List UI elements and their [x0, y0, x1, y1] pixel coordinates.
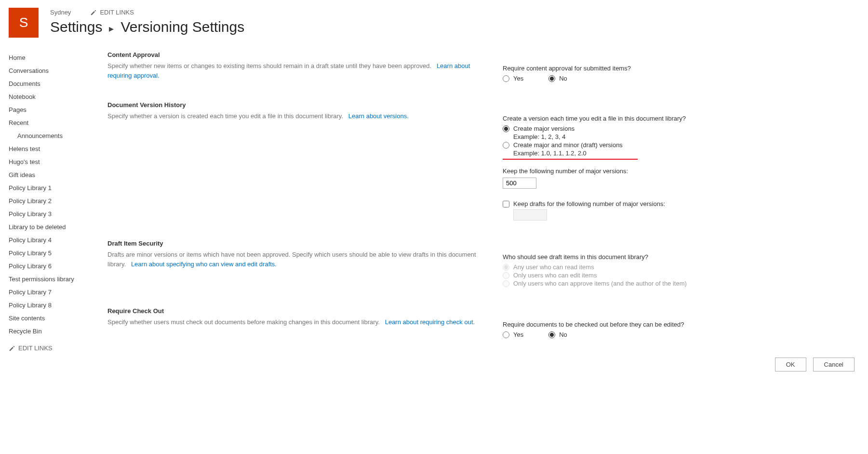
sidebar-item[interactable]: Site contents: [9, 312, 107, 325]
sidebar-item[interactable]: Test permissions library: [9, 273, 107, 286]
content-approval-question: Require content approval for submitted i…: [503, 65, 859, 72]
sidebar-item[interactable]: Policy Library 1: [9, 181, 107, 194]
edit-links-top[interactable]: EDIT LINKS: [90, 9, 134, 16]
pencil-icon: [9, 345, 15, 352]
breadcrumb-page: Versioning Settings: [120, 19, 244, 35]
sidebar-item[interactable]: Conversations: [9, 64, 107, 77]
draft-security-title: Draft Item Security: [107, 240, 488, 247]
sidebar-item[interactable]: Announcements: [9, 129, 107, 142]
edit-links-label: EDIT LINKS: [100, 9, 134, 16]
site-logo[interactable]: S: [9, 8, 39, 38]
draft-any-label: Any user who can read items: [513, 263, 594, 271]
checkout-desc: Specify whether users must check out doc…: [107, 318, 380, 326]
sidebar-item[interactable]: Policy Library 7: [9, 286, 107, 299]
sidebar: HomeConversationsDocumentsNotebookPagesR…: [9, 51, 107, 371]
header-right: Sydney EDIT LINKS Settings ▸ Versioning …: [50, 8, 859, 35]
keep-drafts-checkbox[interactable]: [503, 201, 509, 207]
sidebar-item[interactable]: Policy Library 2: [9, 194, 107, 207]
sidebar-item[interactable]: Library to be deleted: [9, 220, 107, 234]
sidebar-item[interactable]: Helens test: [9, 142, 107, 155]
sidebar-item[interactable]: Policy Library 4: [9, 234, 107, 247]
major-versions-radio[interactable]: [503, 125, 509, 132]
draft-security-question: Who should see draft items in this docum…: [503, 253, 859, 261]
approval-no-label: No: [559, 75, 567, 82]
draft-any-radio: [503, 264, 509, 271]
section-content-approval: Content Approval Specify whether new ite…: [107, 51, 859, 82]
header: S Sydney EDIT LINKS Settings ▸ Versionin…: [9, 0, 859, 38]
sidebar-item[interactable]: Home: [9, 51, 107, 64]
section-draft-security: Draft Item Security Drafts are minor ver…: [107, 240, 859, 288]
learn-versions-link[interactable]: Learn about versions.: [348, 112, 409, 120]
keep-drafts-label: Keep drafts for the following number of …: [513, 200, 665, 207]
approval-yes-radio[interactable]: [503, 75, 509, 82]
checkout-yes-radio[interactable]: [503, 331, 509, 338]
site-name-link[interactable]: Sydney: [50, 9, 71, 16]
major-versions-label: Create major versions: [513, 125, 574, 132]
approval-yes-label: Yes: [513, 75, 523, 82]
content-approval-title: Content Approval: [107, 51, 488, 58]
learn-drafts-link[interactable]: Learn about specifying who can view and …: [131, 261, 277, 268]
sidebar-item[interactable]: Policy Library 3: [9, 207, 107, 220]
approval-no-radio[interactable]: [548, 75, 555, 82]
chevron-right-icon: ▸: [109, 23, 114, 34]
minor-versions-radio[interactable]: [503, 142, 509, 149]
sidebar-item[interactable]: Policy Library 8: [9, 299, 107, 312]
sidebar-item[interactable]: Policy Library 6: [9, 260, 107, 273]
sidebar-item[interactable]: Documents: [9, 77, 107, 90]
minor-versions-label: Create major and minor (draft) versions: [513, 141, 623, 149]
breadcrumb-settings[interactable]: Settings: [50, 19, 102, 35]
checkout-no-radio[interactable]: [548, 331, 555, 338]
checkout-question: Require documents to be checked out befo…: [503, 321, 859, 328]
version-history-desc: Specify whether a version is created eac…: [107, 112, 343, 120]
draft-edit-radio: [503, 272, 509, 279]
minor-versions-example: Example: 1.0, 1.1, 1.2, 2.0: [513, 150, 859, 157]
checkout-no-label: No: [559, 331, 567, 338]
keep-major-label: Keep the following number of major versi…: [503, 167, 859, 175]
keep-major-input[interactable]: [503, 178, 536, 189]
content-approval-desc: Specify whether new items or changes to …: [107, 62, 431, 69]
sidebar-item[interactable]: Hugo's test: [9, 155, 107, 168]
sidebar-item[interactable]: Gift ideas: [9, 168, 107, 181]
learn-checkout-link[interactable]: Learn about requiring check out.: [385, 318, 475, 326]
sidebar-item[interactable]: Pages: [9, 103, 107, 116]
major-versions-example: Example: 1, 2, 3, 4: [513, 133, 859, 140]
sidebar-item[interactable]: Notebook: [9, 90, 107, 103]
checkout-yes-label: Yes: [513, 331, 523, 338]
annotation-underline: [503, 159, 638, 160]
cancel-button[interactable]: Cancel: [813, 358, 855, 371]
draft-approve-label: Only users who can approve items (and th…: [513, 280, 687, 287]
version-question: Create a version each time you edit a fi…: [503, 115, 859, 122]
sidebar-item[interactable]: Policy Library 5: [9, 247, 107, 260]
version-history-title: Document Version History: [107, 101, 488, 109]
draft-approve-radio: [503, 280, 509, 287]
edit-links-label: EDIT LINKS: [18, 344, 53, 352]
breadcrumb: Settings ▸ Versioning Settings: [50, 19, 859, 35]
button-bar: OK Cancel: [107, 358, 859, 371]
section-version-history: Document Version History Specify whether…: [107, 101, 859, 220]
sidebar-item[interactable]: Recent: [9, 116, 107, 129]
section-checkout: Require Check Out Specify whether users …: [107, 307, 859, 338]
edit-links-sidebar[interactable]: EDIT LINKS: [9, 344, 107, 352]
main-content: Content Approval Specify whether new ite…: [107, 51, 859, 371]
draft-edit-label: Only users who can edit items: [513, 272, 597, 279]
keep-drafts-input: [513, 209, 547, 220]
pencil-icon: [90, 9, 97, 16]
sidebar-item[interactable]: Recycle Bin: [9, 325, 107, 338]
checkout-title: Require Check Out: [107, 307, 488, 315]
ok-button[interactable]: OK: [775, 358, 806, 371]
